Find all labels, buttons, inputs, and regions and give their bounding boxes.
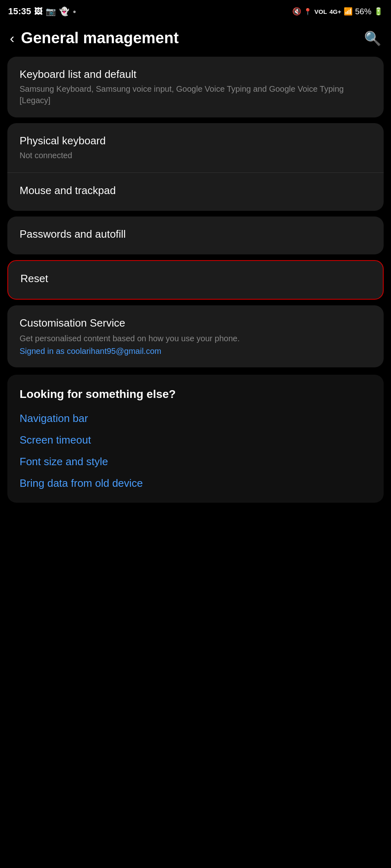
main-content: Keyboard list and default Samsung Keyboa… [0, 57, 391, 503]
snapchat-icon: 👻 [59, 7, 69, 16]
physical-keyboard-title: Physical keyboard [20, 135, 371, 147]
bring-data-link[interactable]: Bring data from old device [20, 477, 371, 490]
location-icon: 📍 [304, 8, 312, 15]
time-display: 15:35 [8, 6, 31, 17]
battery-percentage: 56% [355, 7, 371, 16]
looking-section: Looking for something else? Navigation b… [7, 375, 384, 503]
network-icon: VOL [314, 8, 327, 15]
customisation-email: Signed in as coolarihant95@gmail.com [20, 347, 371, 356]
mouse-trackpad-item[interactable]: Mouse and trackpad [7, 173, 384, 211]
passwords-autofill-card[interactable]: Passwords and autofill [7, 216, 384, 254]
instagram-icon: 📷 [46, 7, 56, 16]
signal-bars-icon: 📶 [344, 7, 353, 16]
status-icons: 🔇 📍 VOL 4G+ 📶 56% 🔋 [292, 7, 383, 16]
lte-icon: 4G+ [329, 8, 341, 15]
navigation-bar-link[interactable]: Navigation bar [20, 412, 371, 425]
dot-indicator: ● [73, 8, 76, 15]
reset-card[interactable]: Reset [7, 260, 384, 300]
search-button[interactable]: 🔍 [364, 30, 381, 46]
keyboard-list-subtitle: Samsung Keyboard, Samsung voice input, G… [20, 83, 371, 106]
font-size-style-link[interactable]: Font size and style [20, 455, 371, 468]
keyboard-list-title: Keyboard list and default [20, 68, 371, 81]
status-time: 15:35 🖼 📷 👻 ● [8, 6, 76, 17]
status-bar: 15:35 🖼 📷 👻 ● 🔇 📍 VOL 4G+ 📶 56% 🔋 [0, 0, 391, 21]
reset-title: Reset [20, 272, 371, 285]
screen-timeout-link[interactable]: Screen timeout [20, 434, 371, 446]
mouse-trackpad-title: Mouse and trackpad [20, 184, 371, 197]
keyboard-group-card: Physical keyboard Not connected Mouse an… [7, 123, 384, 211]
passwords-autofill-title: Passwords and autofill [20, 228, 371, 241]
page-header: ‹ General management 🔍 [0, 21, 391, 57]
customisation-card[interactable]: Customisation Service Get personalised c… [7, 305, 384, 367]
looking-heading: Looking for something else? [20, 388, 371, 401]
mute-icon: 🔇 [292, 7, 301, 16]
customisation-title: Customisation Service [20, 317, 371, 329]
battery-icon: 🔋 [374, 7, 383, 16]
header-left: ‹ General management [10, 29, 179, 47]
back-button[interactable]: ‹ [10, 30, 14, 46]
customisation-subtitle: Get personalised content based on how yo… [20, 333, 371, 344]
keyboard-list-card[interactable]: Keyboard list and default Samsung Keyboa… [7, 57, 384, 117]
gallery-icon: 🖼 [34, 7, 42, 16]
physical-keyboard-item[interactable]: Physical keyboard Not connected [7, 123, 384, 172]
page-title: General management [21, 29, 178, 47]
physical-keyboard-subtitle: Not connected [20, 150, 371, 161]
